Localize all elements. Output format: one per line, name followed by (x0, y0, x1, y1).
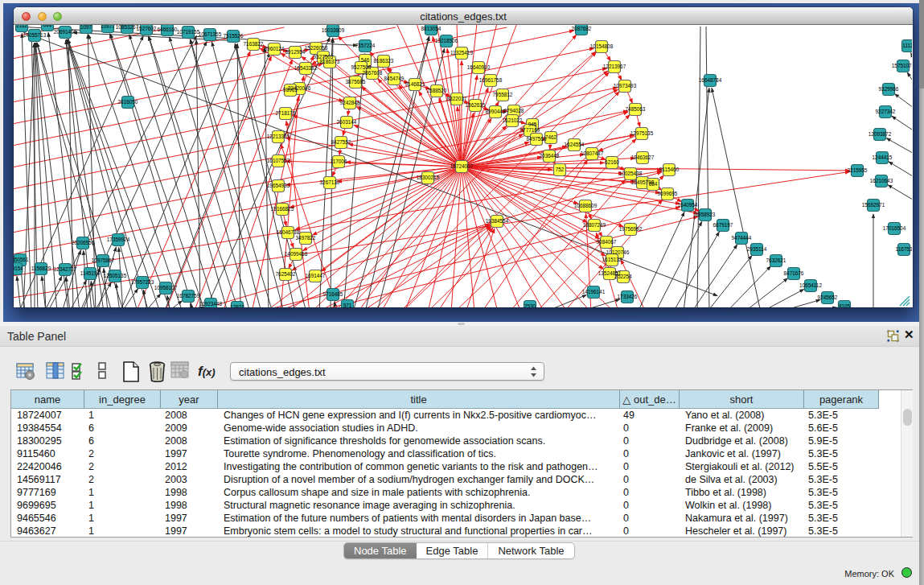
svg-text:17359924: 17359924 (107, 237, 130, 242)
svg-text:6794028: 6794028 (504, 108, 524, 113)
svg-text:1527602: 1527602 (137, 26, 157, 31)
svg-text:14055713: 14055713 (23, 32, 47, 38)
svg-text:1615132: 1615132 (602, 257, 622, 262)
svg-text:62160: 62160 (605, 159, 619, 165)
svg-text:2087682: 2087682 (572, 26, 592, 31)
svg-text:15692971: 15692971 (862, 202, 885, 208)
svg-text:12213309: 12213309 (267, 134, 290, 139)
svg-text:19463627: 19463627 (631, 154, 655, 160)
svg-text:9474444: 9474444 (732, 235, 752, 241)
svg-text:10120746: 10120746 (606, 249, 630, 255)
svg-text:19654933: 19654933 (267, 183, 290, 188)
svg-text:9084067: 9084067 (597, 239, 617, 245)
svg-text:8990448: 8990448 (486, 109, 506, 114)
svg-text:3267130: 3267130 (320, 179, 340, 185)
svg-text:10973493: 10973493 (614, 83, 637, 89)
svg-text:8454749: 8454749 (384, 76, 405, 81)
svg-text:8471676: 8471676 (784, 270, 804, 276)
svg-text:19384554: 19384554 (486, 218, 509, 224)
svg-text:7955812: 7955812 (493, 92, 513, 97)
svg-text:3875685: 3875685 (346, 79, 366, 84)
svg-text:8960124: 8960124 (265, 46, 285, 51)
svg-text:866: 866 (43, 25, 52, 27)
svg-text:252254: 252254 (614, 274, 632, 279)
svg-text:350561: 350561 (14, 257, 29, 262)
svg-text:11923448: 11923448 (199, 301, 222, 307)
svg-text:98961: 98961 (283, 87, 298, 93)
svg-text:15751074: 15751074 (892, 63, 912, 68)
svg-text:12213967: 12213967 (603, 64, 626, 69)
svg-text:10025438: 10025438 (619, 171, 643, 176)
svg-text:16210643: 16210643 (870, 178, 893, 183)
svg-text:10154808: 10154808 (590, 43, 614, 49)
svg-text:8186323: 8186323 (374, 58, 394, 64)
svg-text:2867608: 2867608 (363, 70, 383, 76)
svg-text:6466160: 6466160 (158, 27, 178, 32)
svg-text:17016504: 17016504 (883, 225, 906, 231)
svg-text:3497822: 3497822 (296, 235, 316, 241)
svg-text:884: 884 (649, 181, 658, 187)
svg-text:16046738: 16046738 (277, 229, 300, 235)
svg-text:12923: 12923 (230, 304, 244, 307)
svg-text:16640910: 16640910 (467, 64, 491, 70)
svg-text:7357224: 7357224 (355, 43, 376, 48)
svg-text:2718176: 2718176 (276, 110, 296, 116)
svg-text:16648784: 16648784 (699, 77, 722, 83)
svg-text:9777169: 9777169 (520, 127, 540, 133)
svg-text:2530: 2530 (524, 303, 536, 307)
svg-text:16033809: 16033809 (322, 27, 345, 33)
svg-text:11325419: 11325419 (450, 50, 473, 56)
svg-text:8186373: 8186373 (320, 59, 340, 64)
svg-text:9227342: 9227342 (876, 109, 896, 114)
svg-text:1362635: 1362635 (466, 102, 486, 108)
svg-text:18300215: 18300215 (417, 175, 440, 180)
svg-text:7163822: 7163822 (244, 41, 264, 47)
svg-text:12342737: 12342737 (54, 266, 77, 272)
svg-text:1145194: 1145194 (80, 270, 101, 276)
svg-text:9245652: 9245652 (818, 295, 838, 300)
svg-text:8427552: 8427552 (331, 139, 351, 145)
svg-text:10853267: 10853267 (116, 25, 139, 30)
svg-text:17957223: 17957223 (131, 279, 154, 285)
svg-text:9329966: 9329966 (879, 86, 899, 92)
svg-text:9146821: 9146821 (405, 81, 425, 87)
svg-text:12975135: 12975135 (630, 130, 654, 136)
svg-text:2112: 2112 (16, 25, 27, 28)
svg-text:9716485: 9716485 (323, 291, 343, 297)
svg-text:8958923: 8958923 (696, 212, 716, 217)
svg-text:1640954: 1640954 (678, 202, 698, 208)
svg-text:10977: 10977 (101, 25, 115, 29)
svg-text:16782759: 16782759 (177, 293, 200, 299)
svg-text:16107552: 16107552 (267, 158, 290, 163)
svg-text:19166825: 19166825 (271, 206, 294, 212)
svg-text:2588520: 2588520 (427, 88, 447, 93)
svg-text:14099468: 14099468 (285, 251, 308, 257)
svg-text:10719155: 10719155 (177, 29, 200, 35)
svg-text:752: 752 (556, 167, 565, 172)
svg-text:1244415: 1244415 (873, 154, 893, 160)
svg-text:8322037: 8322037 (447, 96, 467, 101)
svg-text:8813054: 8813054 (421, 26, 441, 31)
svg-text:16543382: 16543382 (294, 65, 318, 71)
svg-text:1691447: 1691447 (306, 273, 326, 278)
svg-text:6679197: 6679197 (713, 222, 733, 228)
svg-text:9699695: 9699695 (658, 191, 678, 196)
svg-text:1156829: 1156829 (31, 266, 51, 271)
svg-text:117004: 117004 (331, 159, 347, 164)
svg-text:8912954: 8912954 (285, 49, 306, 55)
svg-text:116753: 116753 (896, 246, 912, 252)
svg-text:10807487: 10807487 (581, 150, 604, 156)
svg-text:18724007: 18724007 (450, 163, 474, 169)
svg-text:10654112: 10654112 (799, 282, 822, 288)
svg-text:16961758: 16961758 (479, 77, 503, 83)
svg-text:12093872: 12093872 (869, 131, 892, 137)
svg-text:945: 945 (528, 122, 537, 127)
svg-text:7632621: 7632621 (766, 257, 786, 263)
svg-text:19756992: 19756992 (619, 226, 643, 232)
svg-text:1112: 1112 (902, 43, 912, 48)
svg-text:7625402: 7625402 (276, 271, 296, 277)
svg-text:18807249: 18807249 (583, 222, 606, 228)
svg-text:7485063: 7485063 (626, 106, 646, 112)
svg-text:10958107: 10958107 (154, 285, 178, 290)
svg-text:20691406: 20691406 (54, 29, 77, 35)
